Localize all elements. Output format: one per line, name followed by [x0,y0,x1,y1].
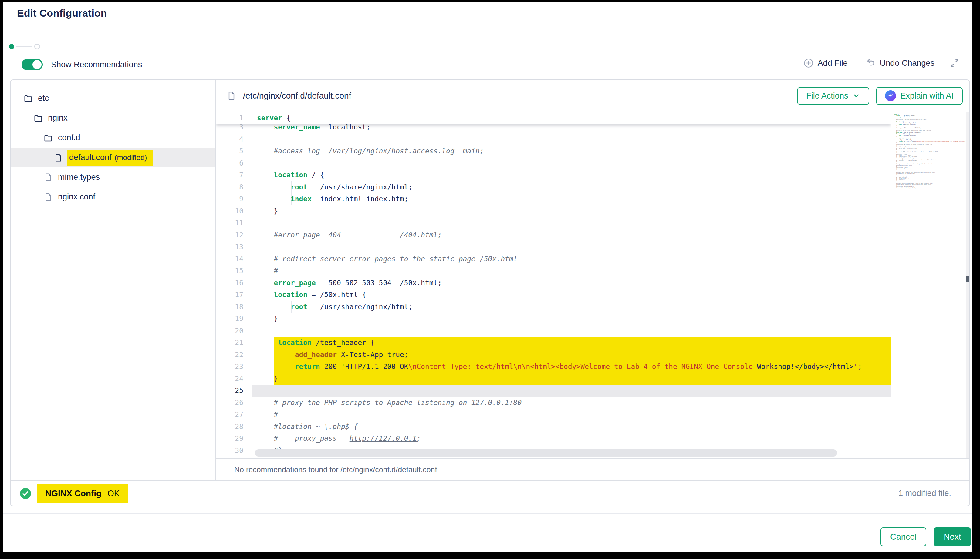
sticky-code-line[interactable]: 1server { [216,112,891,124]
code-line[interactable]: 26 # proxy the PHP scripts to Apache lis… [216,397,891,409]
folder-icon [34,114,43,123]
top-actions: Add File Undo Changes [803,58,960,68]
tree-item-label: default.conf [69,153,112,162]
config-editor-panel: etcnginxconf.ddefault.conf(modified)mime… [10,79,970,506]
line-number: 30 [216,445,252,457]
step-connector [16,46,33,47]
code-line[interactable]: 15 # [216,265,891,277]
file-tree: etcnginxconf.ddefault.conf(modified)mime… [11,80,216,480]
step-2-dot[interactable] [34,44,40,50]
code-line[interactable]: 11 [216,217,891,229]
code-line[interactable]: 29 # proxy_pass http://127.0.0.1; [216,433,891,445]
code-line[interactable]: 16 error_page 500 502 503 504 /50x.html; [216,277,891,289]
code-line[interactable]: 19 } [216,313,891,325]
edit-configuration-dialog: Edit Configuration Show Recommendations … [3,2,972,552]
check-circle-icon [20,488,31,499]
line-number: 12 [216,229,252,241]
line-number: 10 [216,205,252,217]
code-line[interactable]: 24 } [216,373,891,385]
minimap-lines: server { listen 80 default_server; serve… [894,114,966,191]
line-number: 28 [216,421,252,433]
code-line[interactable]: 25 [216,385,891,397]
code-pane[interactable]: 3 server_name localhost;45 #access_log /… [216,112,891,458]
line-number: 17 [216,289,252,301]
tree-item-label: nginx [48,113,68,123]
code-line[interactable]: 1server { [216,112,891,124]
show-recommendations-label: Show Recommendations [51,60,142,69]
code-line[interactable]: 8 root /usr/share/nginx/html; [216,181,891,194]
horizontal-scrollbar[interactable] [255,449,837,456]
code-editor: 3 server_name localhost;45 #access_log /… [216,112,969,458]
status-bar: NGINX Config OK 1 modified file. [11,480,969,506]
tree-item-modified-suffix: (modified) [115,154,147,162]
sidebar-item-mime-types[interactable]: mime.types [11,167,216,187]
line-number: 5 [216,145,252,157]
code-line[interactable]: 27 # [216,408,891,421]
code-line[interactable]: 9 index index.html index.htm; [216,193,891,205]
vertical-scrollbar-thumb[interactable] [966,276,970,282]
vertical-scrollbar[interactable] [966,112,970,458]
folder-icon [44,133,53,142]
folder-icon [24,94,33,103]
line-number: 13 [216,241,252,253]
modified-file-highlight: default.conf(modified) [67,150,153,165]
code-line[interactable]: 13 [216,241,891,253]
code-line[interactable]: 21 location /test_header { [216,337,891,349]
sidebar-item-conf-d[interactable]: conf.d [11,128,216,148]
line-number: 27 [216,408,252,421]
explain-with-ai-label: Explain with AI [900,91,953,101]
line-number: 1 [216,112,252,124]
code-line[interactable]: 5 #access_log /var/log/nginx/host.access… [216,145,891,157]
code-line[interactable]: 23 return 200 'HTTP/1.1 200 OK\nContent-… [216,361,891,373]
line-number: 11 [216,217,252,229]
code-line[interactable]: 6 [216,157,891,169]
next-button[interactable]: Next [934,528,971,546]
code-line[interactable]: 14 # redirect server error pages to the … [216,253,891,265]
code-line[interactable]: 12 #error_page 404 /404.html; [216,229,891,241]
toggle-knob [33,60,41,69]
undo-changes-button[interactable]: Undo Changes [865,58,935,68]
line-number: 16 [216,277,252,289]
sidebar-item-nginx-conf[interactable]: nginx.conf [11,187,216,207]
modified-files-count: 1 modified file. [899,489,951,498]
add-file-button[interactable]: Add File [803,58,848,68]
file-actions-button[interactable]: File Actions [797,87,869,105]
explain-with-ai-button[interactable]: Explain with AI [876,87,963,105]
line-number: 15 [216,265,252,277]
minimap[interactable]: server { listen 80 default_server; serve… [891,112,966,458]
line-number: 14 [216,253,252,265]
file-actions-label: File Actions [806,91,848,101]
ai-sparkle-icon [885,90,896,101]
code-line[interactable]: 17 location = /50x.html { [216,289,891,301]
code-lines: 3 server_name localhost;45 #access_log /… [216,121,891,456]
code-line[interactable]: 28 #location ~ \.php$ { [216,421,891,433]
line-number: 18 [216,301,252,313]
editor-header: /etc/nginx/conf.d/default.conf File Acti… [216,80,969,112]
step-1-dot-active[interactable] [9,44,14,49]
file-icon [44,173,53,182]
expand-fullscreen-button[interactable] [949,58,960,68]
title-divider [3,26,972,27]
line-number: 26 [216,397,252,409]
line-number: 7 [216,169,252,181]
line-number: 6 [216,157,252,169]
line-number: 9 [216,193,252,205]
cancel-button[interactable]: Cancel [881,528,926,546]
file-icon [227,91,236,101]
sidebar-item-default-conf[interactable]: default.conf(modified) [11,148,216,167]
line-number: 23 [216,361,252,373]
code-line[interactable]: 10 } [216,205,891,217]
line-number: 29 [216,433,252,445]
wizard-stepper [9,44,40,50]
line-number: 25 [216,385,252,397]
code-line[interactable]: 20 [216,325,891,337]
nginx-config-status-badge: NGINX Config OK [37,484,128,503]
show-recommendations-toggle[interactable] [22,59,43,70]
code-line[interactable]: 18 root /usr/share/nginx/html; [216,301,891,313]
code-line[interactable]: 7 location / { [216,169,891,181]
file-path: /etc/nginx/conf.d/default.conf [243,91,797,101]
code-line[interactable]: 4 [216,133,891,146]
sidebar-item-etc[interactable]: etc [11,89,216,108]
sidebar-item-nginx[interactable]: nginx [11,108,216,128]
code-line[interactable]: 22 add_header X-Test-App true; [216,349,891,361]
